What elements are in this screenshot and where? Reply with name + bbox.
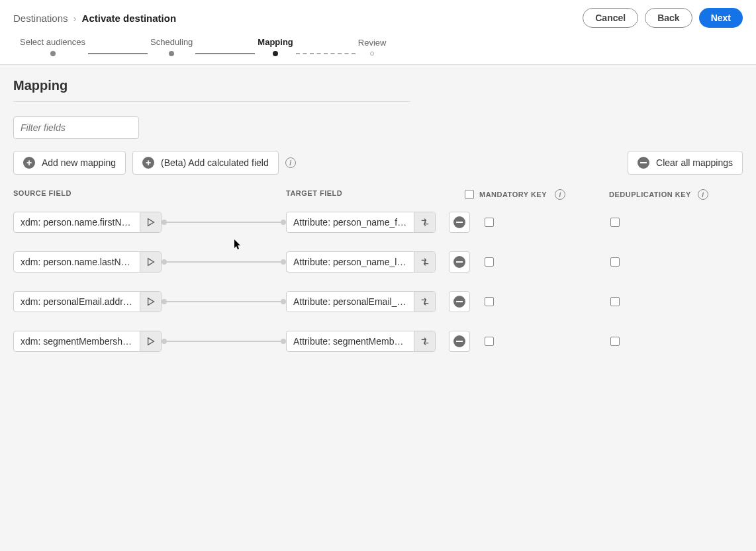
chevron-right-icon: ›	[73, 13, 77, 24]
mandatory-all-checkbox[interactable]	[465, 190, 474, 199]
mapping-connector	[162, 339, 286, 344]
remove-mapping-button[interactable]	[449, 291, 470, 312]
button-label: (Beta) Add calculated field	[161, 157, 269, 168]
remove-mapping-button[interactable]	[449, 212, 470, 233]
col-target-header: TARGET FIELD	[286, 189, 465, 200]
next-button[interactable]: Next	[699, 8, 743, 28]
breadcrumb: Destinations › Activate destination	[13, 13, 176, 24]
step-line	[88, 53, 148, 54]
cancel-button[interactable]: Cancel	[583, 8, 638, 28]
mandatory-key-checkbox[interactable]	[485, 257, 494, 267]
step-scheduling[interactable]: Scheduling	[150, 37, 193, 56]
deduplication-key-checkbox[interactable]	[610, 257, 620, 267]
mapping-connector	[162, 299, 286, 304]
step-line	[296, 53, 355, 54]
stepper: Select audiences Scheduling Mapping Revi…	[13, 37, 743, 64]
breadcrumb-root[interactable]: Destinations	[13, 13, 68, 24]
step-label: Review	[358, 38, 387, 48]
swap-target-icon[interactable]	[414, 292, 435, 312]
source-field-text: xdm: person.name.lastName	[14, 257, 140, 267]
mandatory-key-checkbox[interactable]	[485, 218, 494, 227]
breadcrumb-current: Activate destination	[82, 13, 177, 24]
info-icon[interactable]: i	[555, 189, 565, 200]
mapping-connector	[162, 259, 286, 265]
button-label: Clear all mappings	[656, 157, 733, 168]
target-field: Attribute: segmentMember…	[286, 331, 436, 352]
mapping-row: xdm: segmentMembership.…Attribute: segme…	[13, 331, 743, 352]
button-label: Add new mapping	[42, 157, 116, 168]
col-mandatory-header: MANDATORY KEY	[479, 191, 547, 198]
step-label: Mapping	[258, 37, 293, 47]
select-source-icon[interactable]	[140, 212, 161, 232]
step-mapping[interactable]: Mapping	[258, 37, 293, 56]
target-field-text: Attribute: person_name_la…	[287, 257, 414, 267]
remove-mapping-button[interactable]	[449, 251, 470, 273]
step-review[interactable]: Review	[358, 38, 387, 56]
source-field-text: xdm: segmentMembership.…	[14, 336, 140, 347]
step-dot-icon	[169, 51, 174, 56]
swap-target-icon[interactable]	[414, 252, 435, 272]
minus-circle-icon	[453, 335, 465, 347]
mapping-row: xdm: personalEmail.addressAttribute: per…	[13, 291, 743, 312]
step-dot-icon	[50, 51, 56, 56]
target-field: Attribute: person_name_la…	[286, 251, 436, 273]
mapping-row: xdm: person.name.lastNameAttribute: pers…	[13, 251, 743, 273]
divider	[13, 101, 410, 102]
target-field-text: Attribute: personalEmail_a…	[287, 296, 414, 307]
step-label: Select audiences	[20, 37, 85, 47]
deduplication-key-checkbox[interactable]	[610, 337, 620, 346]
source-field: xdm: personalEmail.address	[13, 291, 162, 312]
mapping-connector	[162, 220, 286, 225]
step-select-audiences[interactable]: Select audiences	[20, 37, 85, 56]
select-source-icon[interactable]	[140, 331, 161, 351]
step-dot-icon	[273, 51, 278, 56]
swap-target-icon[interactable]	[414, 331, 435, 351]
plus-circle-icon: +	[142, 157, 154, 169]
step-label: Scheduling	[150, 37, 193, 47]
select-source-icon[interactable]	[140, 252, 161, 272]
select-source-icon[interactable]	[140, 292, 161, 312]
source-field: xdm: segmentMembership.…	[13, 331, 162, 352]
col-source-header: SOURCE FIELD	[13, 189, 286, 200]
source-field: xdm: person.name.lastName	[13, 251, 162, 273]
back-button[interactable]: Back	[645, 8, 692, 28]
add-calculated-field-button[interactable]: + (Beta) Add calculated field	[132, 151, 279, 175]
page-title: Mapping	[13, 78, 743, 93]
info-icon[interactable]: i	[285, 157, 296, 168]
deduplication-key-checkbox[interactable]	[610, 297, 620, 306]
minus-circle-icon	[453, 256, 465, 268]
filter-fields-input[interactable]	[13, 116, 139, 139]
col-dedup-header: DEDUPLICATION KEY	[609, 191, 691, 198]
swap-target-icon[interactable]	[414, 212, 435, 232]
clear-all-mappings-button[interactable]: Clear all mappings	[628, 151, 743, 175]
target-field-text: Attribute: segmentMember…	[287, 336, 414, 347]
mapping-row: xdm: person.name.firstNameAttribute: per…	[13, 212, 743, 233]
plus-circle-icon: +	[23, 157, 35, 169]
target-field: Attribute: personalEmail_a…	[286, 291, 436, 312]
add-new-mapping-button[interactable]: + Add new mapping	[13, 151, 126, 175]
source-field-text: xdm: personalEmail.address	[14, 296, 140, 307]
deduplication-key-checkbox[interactable]	[610, 218, 620, 227]
info-icon[interactable]: i	[698, 189, 708, 200]
target-field: Attribute: person_name_fir…	[286, 212, 436, 233]
source-field: xdm: person.name.firstName	[13, 212, 162, 233]
minus-circle-icon	[453, 296, 465, 308]
step-line	[195, 53, 255, 54]
minus-circle-icon	[453, 216, 465, 228]
header-actions: Cancel Back Next	[583, 8, 743, 28]
source-field-text: xdm: person.name.firstName	[14, 217, 140, 228]
step-dot-icon	[370, 52, 374, 56]
minus-circle-icon	[638, 157, 649, 169]
mandatory-key-checkbox[interactable]	[485, 297, 494, 306]
remove-mapping-button[interactable]	[449, 331, 470, 352]
columns-header: SOURCE FIELD TARGET FIELD MANDATORY KEY …	[13, 189, 743, 200]
target-field-text: Attribute: person_name_fir…	[287, 217, 414, 228]
mandatory-key-checkbox[interactable]	[485, 337, 494, 346]
